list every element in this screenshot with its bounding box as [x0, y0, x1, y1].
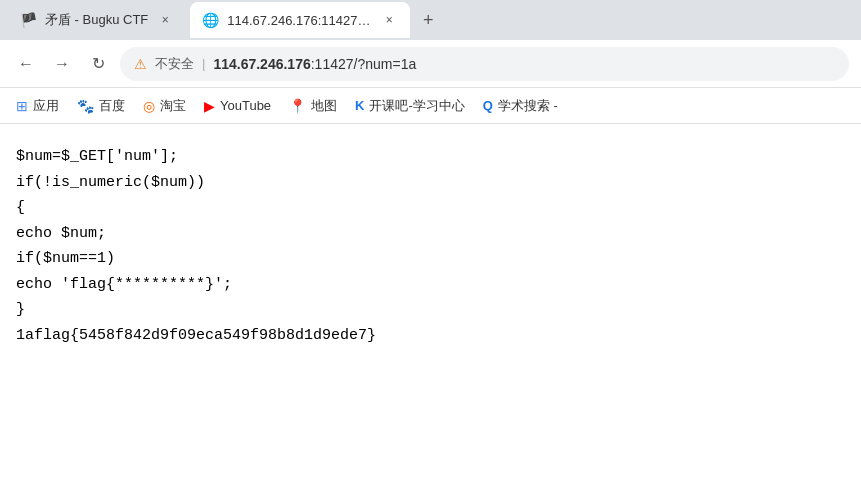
bookmark-xueshu-label: 学术搜索 -	[498, 97, 558, 115]
address-bar[interactable]: ⚠ 不安全 | 114.67.246.176:11427/?num=1a	[120, 47, 849, 81]
title-bar: 🏴 矛盾 - Bugku CTF × 🌐 114.67.246.176:1142…	[0, 0, 861, 40]
tab1-favicon: 🏴	[20, 12, 37, 28]
bookmark-apps-label: 应用	[33, 97, 59, 115]
url-display: 114.67.246.176:11427/?num=1a	[213, 56, 416, 72]
bookmark-kaikeba[interactable]: K 开课吧-学习中心	[347, 93, 473, 119]
bookmark-taobao[interactable]: ◎ 淘宝	[135, 93, 194, 119]
apps-icon: ⊞	[16, 98, 28, 114]
maps-icon: 📍	[289, 98, 306, 114]
bookmark-youtube-label: YouTube	[220, 98, 271, 113]
code-line-1: $num=$_GET['num'];	[16, 144, 845, 170]
security-label: 不安全	[155, 55, 194, 73]
bookmark-baidu[interactable]: 🐾 百度	[69, 93, 133, 119]
code-line-7: }	[16, 297, 845, 323]
tab2-favicon: 🌐	[202, 12, 219, 28]
code-line-3: {	[16, 195, 845, 221]
bookmarks-bar: ⊞ 应用 🐾 百度 ◎ 淘宝 ▶ YouTube 📍 地图 K 开课吧-学习中心…	[0, 88, 861, 124]
code-line-6: echo 'flag{**********}';	[16, 272, 845, 298]
taobao-icon: ◎	[143, 98, 155, 114]
tab2-close-button[interactable]: ×	[380, 11, 398, 29]
back-button[interactable]: ←	[12, 50, 40, 78]
tab2-label: 114.67.246.176:11427/?num=	[227, 13, 372, 28]
code-line-8: 1aflag{5458f842d9f09eca549f98b8d1d9ede7}	[16, 323, 845, 349]
tab-bugku[interactable]: 🏴 矛盾 - Bugku CTF ×	[8, 2, 186, 38]
new-tab-button[interactable]: +	[414, 6, 442, 34]
bookmark-kaikeba-label: 开课吧-学习中心	[369, 97, 464, 115]
code-line-4: echo $num;	[16, 221, 845, 247]
bookmark-maps[interactable]: 📍 地图	[281, 93, 345, 119]
url-separator: |	[202, 56, 205, 71]
forward-button[interactable]: →	[48, 50, 76, 78]
bookmark-apps[interactable]: ⊞ 应用	[8, 93, 67, 119]
url-path: :11427/?num=1a	[311, 56, 416, 72]
xueshu-icon: Q	[483, 98, 493, 113]
tab-server[interactable]: 🌐 114.67.246.176:11427/?num= ×	[190, 2, 410, 38]
bookmark-baidu-label: 百度	[99, 97, 125, 115]
code-line-2: if(!is_numeric($num))	[16, 170, 845, 196]
refresh-button[interactable]: ↻	[84, 50, 112, 78]
bookmark-maps-label: 地图	[311, 97, 337, 115]
bookmark-xueshu[interactable]: Q 学术搜索 -	[475, 93, 566, 119]
nav-bar: ← → ↻ ⚠ 不安全 | 114.67.246.176:11427/?num=…	[0, 40, 861, 88]
security-icon: ⚠	[134, 56, 147, 72]
tab1-close-button[interactable]: ×	[156, 11, 174, 29]
youtube-icon: ▶	[204, 98, 215, 114]
url-host: 114.67.246.176	[213, 56, 310, 72]
kaikeba-icon: K	[355, 98, 364, 113]
code-line-5: if($num==1)	[16, 246, 845, 272]
bookmark-taobao-label: 淘宝	[160, 97, 186, 115]
baidu-icon: 🐾	[77, 98, 94, 114]
tab1-label: 矛盾 - Bugku CTF	[45, 11, 148, 29]
page-content: $num=$_GET['num']; if(!is_numeric($num))…	[0, 124, 861, 368]
bookmark-youtube[interactable]: ▶ YouTube	[196, 94, 279, 118]
